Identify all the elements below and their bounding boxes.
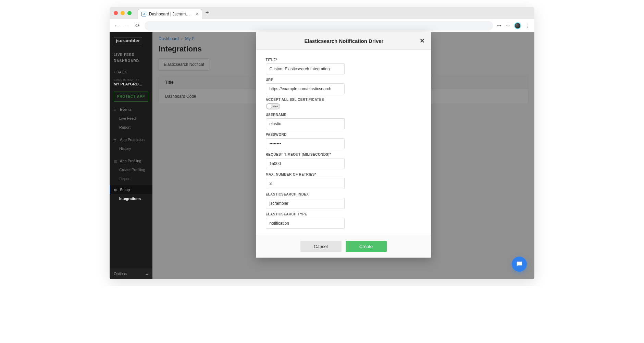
create-button[interactable]: Create — [346, 241, 387, 252]
sidebar-app-name: MY PLAYGRO… — [110, 82, 152, 88]
key-icon[interactable]: ⊶ — [497, 23, 501, 28]
label-username: USERNAME — [266, 113, 421, 117]
chat-icon — [516, 260, 523, 268]
main-content: Dashboard › My P Integrations Elasticsea… — [152, 32, 534, 279]
logo[interactable]: jscrambler — [110, 32, 152, 49]
input-uri[interactable] — [266, 83, 345, 94]
nav-setup[interactable]: ✲ Setup — [110, 185, 152, 194]
nav-create-profiling[interactable]: Create Profiling — [110, 165, 152, 174]
tab-close-icon[interactable]: × — [196, 12, 198, 17]
shield-icon: ◘ — [114, 138, 117, 141]
window-minimize[interactable] — [121, 11, 125, 15]
sidebar: jscrambler LIVE FEED DASHBOARD BACK CODE… — [110, 32, 152, 279]
menu-icon[interactable]: ⋮ — [525, 23, 530, 29]
nav-integrations[interactable]: Integrations — [110, 194, 152, 203]
cancel-button[interactable]: Cancel — [300, 241, 342, 252]
label-password: PASSWORD — [266, 133, 421, 137]
input-type[interactable] — [266, 218, 345, 229]
nav-report[interactable]: Report — [110, 123, 152, 132]
reload-button[interactable]: ⟳ — [134, 23, 140, 29]
nav-history[interactable]: History — [110, 144, 152, 153]
label-uri: URI* — [266, 78, 421, 82]
label-retries: MAX. NUMBER OF RETRIES* — [266, 173, 421, 176]
window-titlebar: J Dashboard | Jscrambler × + — [110, 7, 534, 19]
browser-window: J Dashboard | Jscrambler × + ← → ⟳ ⊶ ☆ ⋮… — [110, 7, 534, 279]
forward-button[interactable]: → — [124, 23, 130, 29]
nav-events[interactable]: ≡ Events — [110, 105, 152, 114]
back-button[interactable]: ← — [114, 23, 120, 29]
sidebar-category-label: CODE INTEGRITY — [110, 78, 152, 82]
nav-profiling-report[interactable]: Report — [110, 174, 152, 183]
browser-toolbar: ← → ⟳ ⊶ ☆ ⋮ — [110, 19, 534, 32]
modal-header: Elasticsearch Notification Driver ✕ — [256, 32, 431, 50]
input-retries[interactable] — [266, 178, 345, 189]
chat-widget[interactable] — [512, 257, 527, 272]
traffic-lights — [114, 11, 132, 15]
list-icon: ≡ — [114, 108, 117, 111]
input-timeout[interactable] — [266, 158, 345, 169]
label-type: ELASTICSEARCH TYPE — [266, 212, 421, 216]
input-password[interactable] — [266, 138, 345, 149]
browser-tab[interactable]: J Dashboard | Jscrambler × — [138, 9, 202, 19]
input-title[interactable] — [266, 63, 345, 74]
elasticsearch-modal: Elasticsearch Notification Driver ✕ TITL… — [256, 32, 431, 258]
sidebar-section-livefeed[interactable]: LIVE FEED DASHBOARD — [110, 49, 152, 67]
app-root: jscrambler LIVE FEED DASHBOARD BACK CODE… — [110, 32, 534, 279]
tab-title: Dashboard | Jscrambler — [149, 12, 190, 16]
label-title: TITLE* — [266, 58, 421, 62]
label-index: ELASTICSEARCH INDEX — [266, 192, 421, 196]
sidebar-footer[interactable]: Options ≡ — [110, 268, 152, 279]
nav-app-profiling[interactable]: ▥ App Profiling — [110, 156, 152, 165]
window-maximize[interactable] — [127, 11, 132, 15]
sidebar-back[interactable]: BACK — [110, 67, 152, 78]
profile-avatar[interactable] — [514, 22, 521, 29]
nav-app-protection[interactable]: ◘ App Protection — [110, 135, 152, 144]
gear-icon: ✲ — [114, 188, 117, 191]
hamburger-icon[interactable]: ≡ — [146, 271, 148, 276]
label-ssl: ACCEPT ALL SSL CERTIFICATES — [266, 98, 421, 102]
tab-favicon-icon: J — [141, 12, 146, 16]
url-bar[interactable] — [145, 21, 493, 31]
modal-footer: Cancel Create — [256, 235, 431, 258]
new-tab-button[interactable]: + — [206, 9, 209, 16]
protect-app-button[interactable]: PROTECT APP — [114, 92, 148, 102]
nav-live-feed[interactable]: Live Feed — [110, 114, 152, 123]
label-timeout: REQUEST TIMEOUT (MILISECONDS)* — [266, 153, 421, 156]
window-close[interactable] — [114, 11, 118, 15]
ssl-toggle[interactable]: OFF — [266, 103, 280, 109]
input-username[interactable] — [266, 118, 345, 129]
bookmark-icon[interactable]: ☆ — [506, 23, 510, 29]
modal-body: TITLE* URI* ACCEPT ALL SSL CERTIFICATES … — [256, 50, 431, 235]
chart-icon: ▥ — [114, 159, 117, 163]
input-index[interactable] — [266, 198, 345, 209]
close-icon[interactable]: ✕ — [420, 37, 425, 45]
modal-title: Elasticsearch Notification Driver — [269, 38, 420, 44]
